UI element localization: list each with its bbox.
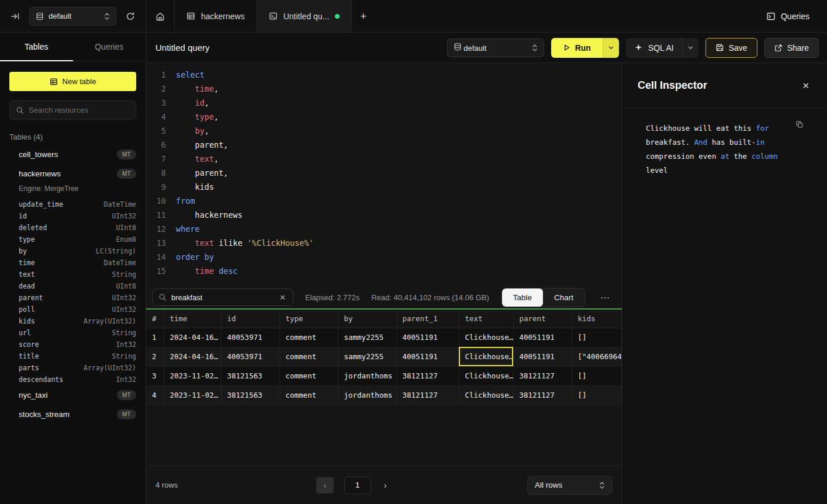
table-cell[interactable]: jordanthoms xyxy=(338,366,396,385)
row-index-cell[interactable]: 3 xyxy=(146,366,164,385)
column-header[interactable]: # xyxy=(146,310,164,328)
table-cell[interactable]: 40053971 xyxy=(221,347,279,366)
table-column-item[interactable]: partsArray(UInt32) xyxy=(0,362,146,374)
column-header[interactable]: text xyxy=(459,310,513,328)
table-cell[interactable]: 2023-11-02… xyxy=(164,366,221,385)
page-number-input[interactable] xyxy=(344,477,371,494)
table-cell[interactable]: 40051191 xyxy=(396,347,459,366)
table-column-item[interactable]: urlString xyxy=(0,327,146,339)
search-resources-input[interactable] xyxy=(29,106,130,114)
queries-button[interactable]: Queries xyxy=(766,12,809,21)
column-header[interactable]: by xyxy=(338,310,396,328)
table-column-item[interactable]: textString xyxy=(0,269,146,280)
table-column-item[interactable]: deletedUInt8 xyxy=(0,222,146,234)
table-cell[interactable]: comment xyxy=(279,347,338,366)
table-cell[interactable]: 2024-04-16… xyxy=(164,328,221,347)
table-cell[interactable]: 40051191 xyxy=(513,347,572,366)
editor-line[interactable]: 10from xyxy=(146,194,622,208)
previous-page-button[interactable]: ‹ xyxy=(316,477,334,493)
table-cell[interactable]: 2023-11-02… xyxy=(164,385,221,405)
editor-line[interactable]: 11 hackernews xyxy=(146,208,622,222)
column-header[interactable]: time xyxy=(164,310,221,328)
sidebar-table-item[interactable]: stocks_streamMT xyxy=(0,405,146,424)
column-header[interactable]: kids xyxy=(572,310,622,328)
collapse-sidebar-button[interactable] xyxy=(8,9,22,23)
table-column-item[interactable]: scoreInt32 xyxy=(0,339,146,350)
editor-line[interactable]: 1select xyxy=(146,68,622,82)
results-search-input[interactable] xyxy=(171,293,274,302)
table-cell[interactable]: 38121563 xyxy=(221,366,279,385)
table-cell[interactable]: 38121127 xyxy=(396,385,459,405)
new-tab-button[interactable]: + xyxy=(352,0,375,32)
table-cell[interactable]: Clickhouse… xyxy=(459,347,513,366)
sidebar-table-item[interactable]: hackernewsMT xyxy=(0,164,146,183)
copy-cell-button[interactable] xyxy=(794,119,805,130)
new-table-button[interactable]: New table xyxy=(9,72,136,91)
table-cell[interactable]: comment xyxy=(279,328,338,347)
row-index-cell[interactable]: 1 xyxy=(146,328,164,347)
run-button[interactable]: Run xyxy=(551,38,603,58)
tab-home[interactable] xyxy=(146,0,175,32)
save-button[interactable]: Save xyxy=(705,38,757,58)
table-column-item[interactable]: update_timeDateTime xyxy=(0,199,146,210)
next-page-button[interactable]: › xyxy=(382,480,389,490)
column-header[interactable]: type xyxy=(279,310,338,328)
table-column-item[interactable]: typeEnum8 xyxy=(0,234,146,245)
editor-line[interactable]: 4 type, xyxy=(146,110,622,124)
table-cell[interactable]: 38121563 xyxy=(221,385,279,405)
refresh-button[interactable] xyxy=(123,9,137,23)
table-cell[interactable]: 40053971 xyxy=(221,328,279,347)
table-column-item[interactable]: parentUInt32 xyxy=(0,292,146,304)
table-column-item[interactable]: idUInt32 xyxy=(0,210,146,222)
table-cell[interactable]: 40051191 xyxy=(396,328,459,347)
editor-line[interactable]: 9 kids xyxy=(146,180,622,194)
table-column-item[interactable]: descendantsInt32 xyxy=(0,374,146,385)
tab-untitled-query[interactable]: Untitled qu... xyxy=(257,0,352,32)
editor-line[interactable]: 15 time desc xyxy=(146,264,622,278)
sql-ai-options-button[interactable] xyxy=(682,38,698,58)
editor-line[interactable]: 5 by, xyxy=(146,124,622,138)
sidebar-tab-queries[interactable]: Queries xyxy=(73,33,146,61)
table-cell[interactable]: ["40066964… xyxy=(572,347,622,366)
table-cell[interactable]: Clickhouse… xyxy=(459,366,513,385)
view-toggle-table[interactable]: Table xyxy=(502,289,543,307)
table-cell[interactable]: [] xyxy=(572,366,622,385)
share-button[interactable]: Share xyxy=(764,38,819,58)
table-cell[interactable]: comment xyxy=(279,366,338,385)
table-cell[interactable]: comment xyxy=(279,385,338,405)
table-column-item[interactable]: titleString xyxy=(0,350,146,362)
row-index-cell[interactable]: 4 xyxy=(146,385,164,405)
table-column-item[interactable]: byLC(String) xyxy=(0,245,146,257)
table-cell[interactable]: jordanthoms xyxy=(338,385,396,405)
row-index-cell[interactable]: 2 xyxy=(146,347,164,366)
table-cell[interactable]: 38121127 xyxy=(513,366,572,385)
column-header[interactable]: id xyxy=(221,310,279,328)
editor-line[interactable]: 7 text, xyxy=(146,152,622,166)
editor-line[interactable]: 13 text ilike '%ClickHouse%' xyxy=(146,236,622,250)
view-toggle-chart[interactable]: Chart xyxy=(543,289,584,307)
editor-line[interactable]: 6 parent, xyxy=(146,138,622,152)
table-cell[interactable]: [] xyxy=(572,328,622,347)
table-column-item[interactable]: timeDateTime xyxy=(0,257,146,269)
page-size-selector[interactable]: All rows xyxy=(527,476,613,495)
results-more-button[interactable]: ⋯ xyxy=(597,292,614,303)
run-options-button[interactable] xyxy=(603,38,619,58)
table-cell[interactable]: sammy2255 xyxy=(338,347,396,366)
close-inspector-button[interactable]: ✕ xyxy=(800,78,812,93)
sql-ai-button[interactable]: SQL AI xyxy=(626,38,682,58)
table-cell[interactable]: Clickhouse… xyxy=(459,385,513,405)
column-header[interactable]: parent xyxy=(513,310,572,328)
clear-search-button[interactable]: ✕ xyxy=(278,293,287,302)
editor-line[interactable]: 3 id, xyxy=(146,96,622,110)
table-cell[interactable]: [] xyxy=(572,385,622,405)
editor-line[interactable]: 14order by xyxy=(146,250,622,264)
table-cell[interactable]: 2024-04-16… xyxy=(164,347,221,366)
sidebar-table-item[interactable]: nyc_taxiMT xyxy=(0,385,146,405)
table-cell[interactable]: 38121127 xyxy=(513,385,572,405)
topbar-database-selector[interactable]: default xyxy=(29,7,116,26)
table-column-item[interactable]: deadUInt8 xyxy=(0,280,146,292)
editor-line[interactable]: 12where xyxy=(146,222,622,236)
tab-hackernews[interactable]: hackernews xyxy=(175,0,257,32)
query-database-selector[interactable]: default xyxy=(447,39,544,57)
sql-editor[interactable]: 1select2 time,3 id,4 type,5 by,6 parent,… xyxy=(146,63,622,286)
